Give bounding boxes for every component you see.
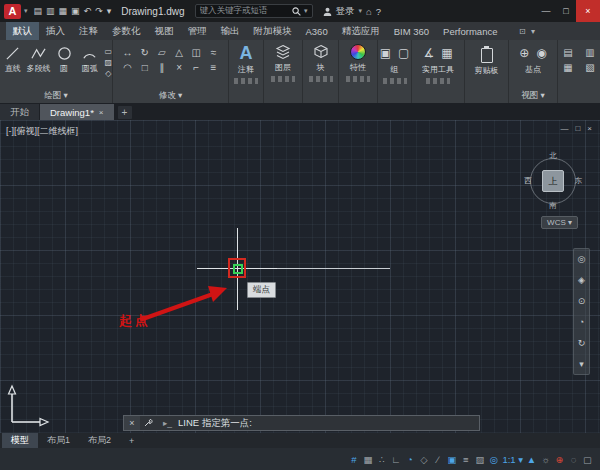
annotation-monitor-icon[interactable]: ⊕	[553, 454, 566, 465]
layers-button[interactable]: 图层	[264, 40, 302, 82]
close-button[interactable]: ×	[576, 0, 600, 22]
tab-manage[interactable]: 管理	[181, 22, 214, 40]
navbar-more-icon[interactable]: ▾	[579, 359, 584, 369]
drawing-tab[interactable]: Drawing1* ×	[40, 104, 114, 120]
search-caret-icon[interactable]: ▾	[304, 7, 308, 15]
modify-tool-icon[interactable]: ≡	[208, 62, 219, 73]
view-tool-icon[interactable]: ▦	[563, 62, 572, 73]
tab-featured-apps[interactable]: 精选应用	[335, 22, 387, 40]
annotation-scale[interactable]: 1:1 ▾	[501, 454, 524, 465]
open-file-icon[interactable]: ▥	[46, 6, 55, 16]
paste-button[interactable]: 剪贴板	[465, 40, 508, 76]
showmotion-icon[interactable]: ↻	[578, 338, 586, 348]
infer-constraints-icon[interactable]: ∴	[375, 454, 388, 465]
command-customize-icon[interactable]	[140, 418, 156, 428]
workspace-icon[interactable]: ☼	[539, 454, 552, 465]
tab-view[interactable]: 视图	[148, 22, 181, 40]
modify-tool-icon[interactable]: ◫	[191, 47, 202, 58]
draw-extra-icon[interactable]: ◇	[105, 69, 111, 78]
viewcube-south[interactable]: 南	[549, 201, 557, 211]
lineweight-icon[interactable]: ≡	[459, 454, 472, 465]
view-tool-icon[interactable]: ▧	[585, 62, 594, 73]
tab-layout1[interactable]: 布局1	[38, 433, 79, 448]
tab-bim360[interactable]: BIM 360	[387, 22, 436, 40]
drawing-canvas[interactable]: [-][俯视][二维线框] — □ × 北 南 西 东 上 WCS ▾ ◎◈⊙◔…	[0, 120, 600, 433]
modify-tool-icon[interactable]: ≈	[208, 47, 219, 58]
new-file-icon[interactable]: ▤	[34, 6, 43, 16]
modify-tool-icon[interactable]: □	[139, 62, 150, 73]
viewport-minimize-icon[interactable]: —	[560, 124, 568, 133]
undo-icon[interactable]: ↶	[84, 6, 92, 16]
modify-tool-icon[interactable]: ↔	[122, 47, 133, 58]
view-tool-icon[interactable]: ▥	[585, 47, 594, 58]
viewport-restore-icon[interactable]: □	[575, 124, 580, 133]
utilities-mini-icons[interactable]	[426, 78, 450, 84]
modify-tool-icon[interactable]: ↻	[139, 47, 150, 58]
layers-mini-icons[interactable]	[271, 76, 295, 82]
clean-screen-icon[interactable]: ▢	[581, 454, 594, 465]
object-snap-tracking-icon[interactable]: ∕	[431, 454, 444, 465]
modify-tool-icon[interactable]: ▱	[156, 47, 167, 58]
login-caret-icon[interactable]: ▾	[359, 7, 363, 15]
isodraft-icon[interactable]: ◇	[417, 454, 430, 465]
app-menu-caret-icon[interactable]: ▾	[24, 7, 28, 15]
add-layout-button[interactable]: +	[120, 433, 143, 448]
viewcube[interactable]: 北 南 西 东 上	[524, 152, 582, 210]
basepoint-tool-icon[interactable]: ◉	[536, 46, 546, 60]
snap-icon[interactable]: ▦	[361, 454, 374, 465]
utility-tool-icon[interactable]: ∡	[423, 46, 434, 60]
command-prompt[interactable]: ▸_ LINE 指定第一点:	[156, 417, 252, 430]
draw-extra-icon[interactable]: ▨	[104, 58, 112, 67]
viewcube-east[interactable]: 东	[575, 176, 583, 186]
ribbon-minimize-caret-icon[interactable]: ▾	[528, 22, 538, 40]
utility-tool-icon[interactable]: ▦	[441, 46, 452, 60]
redo-icon[interactable]: ↷	[95, 6, 103, 16]
viewcube-north[interactable]: 北	[549, 151, 557, 161]
groups-mini-icons[interactable]	[383, 78, 407, 84]
properties-button[interactable]: 特性	[339, 40, 377, 82]
tab-output[interactable]: 输出	[214, 22, 247, 40]
line-tool-button[interactable]: 直线	[0, 43, 26, 78]
login-label[interactable]: 登录	[336, 5, 355, 18]
modify-tool-icon[interactable]: △	[174, 47, 185, 58]
start-tab[interactable]: 开始	[0, 104, 39, 120]
draw-panel-title[interactable]: 绘图 ▾	[0, 90, 112, 102]
new-drawing-button[interactable]: +	[118, 106, 132, 119]
draw-extra-icon[interactable]: ▭	[104, 47, 112, 56]
help-icon[interactable]: ?	[376, 6, 381, 17]
pan-icon[interactable]: ◈	[578, 275, 585, 285]
tab-layout2[interactable]: 布局2	[79, 433, 120, 448]
tab-insert[interactable]: 插入	[39, 22, 72, 40]
qat-dropdown-icon[interactable]: ▾	[107, 6, 112, 16]
steering-wheel-icon[interactable]: ◎	[578, 254, 586, 264]
zoom-icon[interactable]: ⊙	[578, 296, 586, 306]
grid-icon[interactable]: #	[347, 454, 360, 465]
annotate-mini-icons[interactable]	[234, 78, 258, 84]
orbit-icon[interactable]: ◔	[579, 317, 584, 327]
transparency-icon[interactable]: ▨	[473, 454, 486, 465]
modify-panel-title[interactable]: 修改 ▾	[113, 90, 228, 102]
group-tool-icon[interactable]: ▢	[398, 46, 409, 60]
viewport-close-icon[interactable]: ×	[587, 124, 592, 133]
wcs-selector[interactable]: WCS ▾	[541, 216, 578, 229]
ortho-icon[interactable]: ∟	[389, 454, 402, 465]
drawing-tab-close-icon[interactable]: ×	[99, 108, 104, 117]
command-line[interactable]: × ▸_ LINE 指定第一点:	[123, 415, 480, 431]
circle-tool-button[interactable]: 圆	[51, 43, 77, 78]
block-mini-icons[interactable]	[309, 76, 333, 82]
object-snap-icon[interactable]: ▣	[445, 454, 458, 465]
tab-default[interactable]: 默认	[6, 22, 39, 40]
tab-model[interactable]: 模型	[2, 433, 38, 448]
annotate-button[interactable]: A 注释	[229, 40, 263, 84]
viewcube-west[interactable]: 西	[524, 176, 532, 186]
save-icon[interactable]: ▦	[59, 6, 68, 16]
properties-mini-icons[interactable]	[346, 76, 370, 82]
app-logo[interactable]: A	[4, 4, 21, 19]
tab-performance[interactable]: Performance	[436, 22, 504, 40]
view-tool-icon[interactable]: ▤	[563, 47, 572, 58]
view-panel-title[interactable]: 视图 ▾	[509, 90, 557, 102]
viewcube-top-face[interactable]: 上	[542, 170, 564, 192]
viewport-controls[interactable]: [-][俯视][二维线框]	[6, 125, 78, 138]
modify-tool-icon[interactable]: ∥	[156, 62, 167, 73]
group-tool-icon[interactable]: ▣	[380, 46, 391, 60]
